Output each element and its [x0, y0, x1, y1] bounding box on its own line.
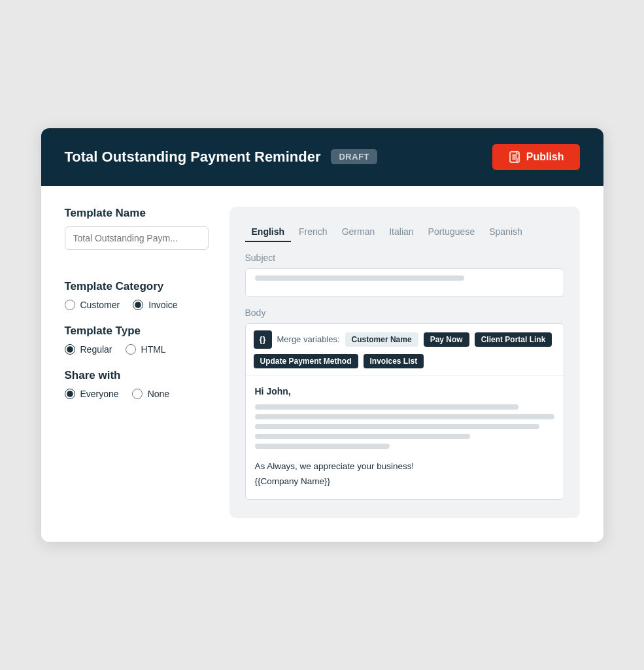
share-with-label: Share with [65, 369, 209, 382]
publish-button[interactable]: Publish [492, 144, 580, 170]
template-type-label: Template Type [65, 325, 209, 338]
type-radio-group: Regular HTML [65, 344, 209, 355]
type-regular-option[interactable]: Regular [65, 344, 112, 355]
subject-line-placeholder [255, 275, 465, 281]
chip-update-payment[interactable]: Update Payment Method [254, 354, 358, 368]
draft-badge: DRAFT [331, 149, 377, 164]
body-line-3 [255, 424, 539, 429]
share-everyone-option[interactable]: Everyone [65, 389, 119, 399]
share-everyone-label: Everyone [80, 389, 119, 399]
body-placeholder-lines [255, 404, 554, 449]
header-left: Total Outstanding Payment Reminder DRAFT [65, 149, 378, 166]
merge-vars-label: Merge variables: [277, 334, 340, 344]
right-panel: English French German Italian Portuguese… [229, 207, 580, 519]
template-name-label: Template Name [65, 207, 209, 220]
category-customer-radio[interactable] [65, 300, 75, 310]
tab-german[interactable]: German [335, 222, 382, 242]
template-type-section: Template Type Regular HTML [65, 325, 209, 355]
tab-french[interactable]: French [292, 222, 334, 242]
page-title: Total Outstanding Payment Reminder [65, 149, 321, 166]
template-name-input[interactable] [65, 226, 209, 250]
template-name-section: Template Name [65, 207, 209, 266]
type-html-option[interactable]: HTML [126, 344, 166, 355]
category-invoice-option[interactable]: Invoice [133, 300, 177, 310]
main-card: Total Outstanding Payment Reminder DRAFT… [41, 128, 603, 542]
merge-icon: {} [254, 330, 272, 349]
body-label: Body [245, 308, 564, 318]
chip-invoices-list[interactable]: Invoices List [364, 354, 424, 368]
body-content: Hi John, As Always, we appreciate your b… [246, 376, 564, 500]
share-none-option[interactable]: None [132, 389, 169, 399]
subject-input-box[interactable] [245, 268, 564, 297]
type-regular-label: Regular [80, 344, 112, 355]
body-footer: As Always, we appreciate your business! … [255, 459, 554, 489]
body-line-4 [255, 434, 471, 439]
left-panel: Template Name Template Category Customer… [65, 207, 209, 519]
category-customer-label: Customer [80, 300, 120, 310]
share-everyone-radio[interactable] [65, 389, 75, 399]
publish-label: Publish [526, 151, 564, 163]
tab-italian[interactable]: Italian [382, 222, 420, 242]
body-line-5 [255, 444, 390, 449]
share-with-section: Share with Everyone None [65, 369, 209, 399]
category-customer-option[interactable]: Customer [65, 300, 120, 310]
body-footer-line2: {{Company Name}} [255, 474, 554, 489]
body-editor: {} Merge variables: Customer Name Pay No… [245, 323, 564, 501]
type-html-radio[interactable] [126, 344, 136, 355]
chip-client-portal[interactable]: Client Portal Link [475, 332, 552, 347]
category-invoice-radio[interactable] [133, 300, 143, 310]
type-regular-radio[interactable] [65, 344, 75, 355]
publish-icon [508, 150, 521, 164]
card-body: Template Name Template Category Customer… [41, 186, 603, 542]
share-none-radio[interactable] [132, 389, 143, 399]
tab-spanish[interactable]: Spanish [483, 222, 529, 242]
template-category-section: Template Category Customer Invoice [65, 280, 209, 310]
chip-pay-now[interactable]: Pay Now [424, 332, 469, 347]
body-footer-line1: As Always, we appreciate your business! [255, 459, 554, 474]
merge-vars-bar: {} Merge variables: Customer Name Pay No… [246, 324, 564, 376]
category-radio-group: Customer Invoice [65, 300, 209, 310]
body-line-2 [255, 414, 554, 419]
tab-english[interactable]: English [245, 222, 292, 242]
type-html-label: HTML [141, 344, 166, 355]
subject-label: Subject [245, 253, 564, 263]
share-radio-group: Everyone None [65, 389, 209, 399]
language-tabs: English French German Italian Portuguese… [245, 222, 564, 242]
category-invoice-label: Invoice [148, 300, 177, 310]
tab-portuguese[interactable]: Portuguese [422, 222, 482, 242]
body-greeting: Hi John, [255, 386, 554, 397]
chip-customer-name[interactable]: Customer Name [345, 332, 418, 347]
card-header: Total Outstanding Payment Reminder DRAFT… [41, 128, 603, 186]
share-none-label: None [148, 389, 169, 399]
body-line-1 [255, 404, 518, 410]
template-category-label: Template Category [65, 280, 209, 293]
